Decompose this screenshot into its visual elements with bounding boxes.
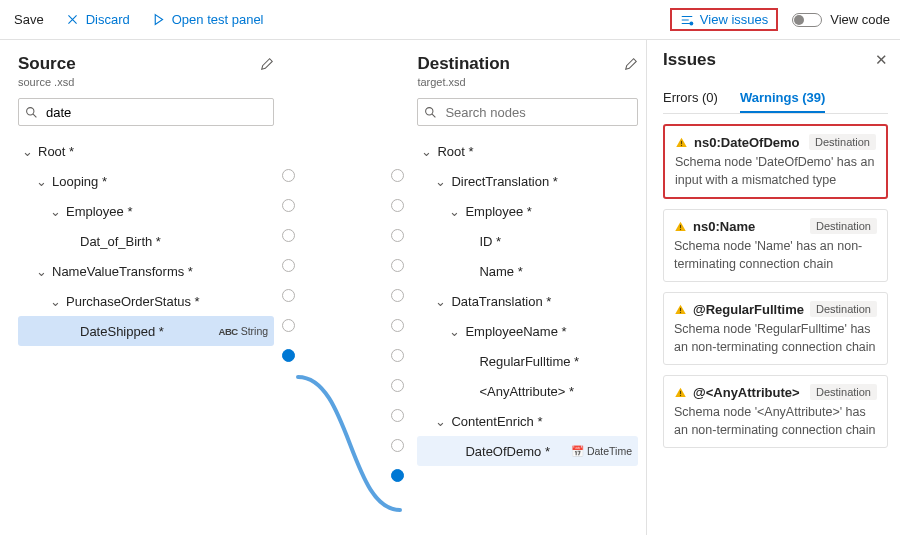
tree-node[interactable]: ⌄Employee * bbox=[417, 196, 638, 226]
tree-node[interactable]: DateOfDemo *📅 DateTime bbox=[417, 436, 638, 466]
source-search[interactable] bbox=[18, 98, 274, 126]
issue-badge: Destination bbox=[810, 301, 877, 317]
tree-node[interactable]: ID * bbox=[417, 226, 638, 256]
tab-warnings[interactable]: Warnings (39) bbox=[740, 84, 825, 113]
issue-card[interactable]: ns0:DateOfDemoDestinationSchema node 'Da… bbox=[663, 124, 888, 199]
connection-port[interactable] bbox=[391, 160, 413, 190]
tree-node[interactable]: ⌄Employee * bbox=[18, 196, 274, 226]
connection-port[interactable] bbox=[391, 370, 413, 400]
chevron-down-icon: ⌄ bbox=[449, 324, 461, 339]
chevron-down-icon: ⌄ bbox=[50, 294, 62, 309]
svg-point-1 bbox=[27, 107, 34, 114]
connection-port[interactable] bbox=[282, 250, 310, 280]
connection-port[interactable] bbox=[282, 280, 310, 310]
discard-label: Discard bbox=[86, 12, 130, 27]
svg-rect-3 bbox=[681, 140, 682, 143]
discard-button[interactable]: Discard bbox=[62, 8, 134, 31]
connection-port[interactable] bbox=[282, 310, 310, 340]
connection-port[interactable] bbox=[391, 430, 413, 460]
chevron-down-icon: ⌄ bbox=[22, 144, 34, 159]
issue-card[interactable]: ns0:NameDestinationSchema node 'Name' ha… bbox=[663, 209, 888, 282]
connection-port[interactable] bbox=[282, 340, 310, 370]
search-icon bbox=[25, 105, 38, 119]
toggle-switch[interactable] bbox=[792, 13, 822, 27]
tree-node[interactable]: ⌄Root * bbox=[417, 136, 638, 166]
pencil-icon[interactable] bbox=[624, 57, 638, 71]
svg-rect-7 bbox=[680, 307, 681, 310]
connection-port[interactable] bbox=[391, 280, 413, 310]
tree-node-label: ID * bbox=[479, 234, 501, 249]
tree-node[interactable]: Dat_of_Birth * bbox=[18, 226, 274, 256]
close-icon[interactable]: ✕ bbox=[875, 51, 888, 69]
tree-node[interactable]: ⌄ContentEnrich * bbox=[417, 406, 638, 436]
tree-node-label: DateShipped * bbox=[80, 324, 164, 339]
tree-node[interactable]: Name * bbox=[417, 256, 638, 286]
toolbar: Save Discard Open test panel View issues… bbox=[0, 0, 900, 40]
chevron-down-icon: ⌄ bbox=[449, 204, 461, 219]
chevron-down-icon: ⌄ bbox=[435, 174, 447, 189]
tree-node[interactable]: RegularFulltime * bbox=[417, 346, 638, 376]
tree-node[interactable]: ⌄EmployeeName * bbox=[417, 316, 638, 346]
calendar-icon: 📅 bbox=[571, 445, 584, 458]
connection-port[interactable] bbox=[391, 250, 413, 280]
tree-node[interactable]: ⌄PurchaseOrderStatus * bbox=[18, 286, 274, 316]
connection-port[interactable] bbox=[282, 190, 310, 220]
tree-node[interactable]: ⌄DirectTranslation * bbox=[417, 166, 638, 196]
issues-icon bbox=[680, 13, 694, 27]
connection-port[interactable] bbox=[391, 220, 413, 250]
tree-node-label: <AnyAttribute> * bbox=[479, 384, 574, 399]
tree-node-label: NameValueTransforms * bbox=[52, 264, 193, 279]
source-panel: Source source .xsd ⌄Root *⌄Looping *⌄Emp… bbox=[0, 40, 282, 535]
destination-title: Destination bbox=[417, 54, 510, 74]
connection-port[interactable] bbox=[391, 310, 413, 340]
connection-port[interactable] bbox=[391, 190, 413, 220]
tree-node[interactable]: ⌄DataTranslation * bbox=[417, 286, 638, 316]
view-issues-button[interactable]: View issues bbox=[670, 8, 778, 31]
destination-tree: ⌄Root *⌄DirectTranslation *⌄Employee *ID… bbox=[417, 136, 638, 466]
tab-errors[interactable]: Errors (0) bbox=[663, 84, 718, 113]
tree-node-label: Employee * bbox=[66, 204, 132, 219]
tree-node[interactable]: <AnyAttribute> * bbox=[417, 376, 638, 406]
connection-port[interactable] bbox=[391, 340, 413, 370]
tree-node[interactable]: ⌄Looping * bbox=[18, 166, 274, 196]
connection-port[interactable] bbox=[282, 220, 310, 250]
destination-search[interactable] bbox=[417, 98, 638, 126]
issue-card[interactable]: @<AnyAttribute>DestinationSchema node '<… bbox=[663, 375, 888, 448]
issue-badge: Destination bbox=[810, 218, 877, 234]
source-search-input[interactable] bbox=[44, 104, 267, 121]
type-chip: ABC String bbox=[219, 325, 275, 337]
issue-card[interactable]: @RegularFulltimeDestinationSchema node '… bbox=[663, 292, 888, 365]
view-code-label: View code bbox=[830, 12, 890, 27]
tree-node-label: RegularFulltime * bbox=[479, 354, 579, 369]
connection-port[interactable] bbox=[391, 460, 413, 490]
pencil-icon[interactable] bbox=[260, 57, 274, 71]
connection-port[interactable] bbox=[282, 160, 310, 190]
open-test-panel-button[interactable]: Open test panel bbox=[148, 8, 268, 31]
search-icon bbox=[424, 105, 437, 119]
tree-node[interactable]: ⌄Root * bbox=[18, 136, 274, 166]
issue-message: Schema node 'DateOfDemo' has an input wi… bbox=[675, 154, 876, 189]
warning-icon bbox=[674, 386, 687, 399]
save-label: Save bbox=[14, 12, 44, 27]
tree-node-label: ContentEnrich * bbox=[451, 414, 542, 429]
tree-node[interactable]: DateShipped *ABC String bbox=[18, 316, 274, 346]
view-code-toggle[interactable]: View code bbox=[792, 12, 890, 27]
save-button[interactable]: Save bbox=[10, 8, 48, 31]
issue-title: @<AnyAttribute> bbox=[693, 385, 800, 400]
tree-node-label: Name * bbox=[479, 264, 522, 279]
tree-node-label: EmployeeName * bbox=[465, 324, 566, 339]
tree-node-label: DirectTranslation * bbox=[451, 174, 557, 189]
tree-node-label: Root * bbox=[437, 144, 473, 159]
warning-icon bbox=[674, 220, 687, 233]
svg-point-0 bbox=[689, 21, 693, 25]
chevron-down-icon: ⌄ bbox=[435, 294, 447, 309]
source-subtitle: source .xsd bbox=[18, 76, 274, 88]
destination-search-input[interactable] bbox=[443, 104, 631, 121]
connection-port[interactable] bbox=[391, 400, 413, 430]
issue-message: Schema node 'Name' has an non-terminatin… bbox=[674, 238, 877, 273]
tree-node-label: DataTranslation * bbox=[451, 294, 551, 309]
tree-node[interactable]: ⌄NameValueTransforms * bbox=[18, 256, 274, 286]
tree-node-label: DateOfDemo * bbox=[465, 444, 550, 459]
source-title: Source bbox=[18, 54, 76, 74]
issue-message: Schema node 'RegularFulltime' has an non… bbox=[674, 321, 877, 356]
